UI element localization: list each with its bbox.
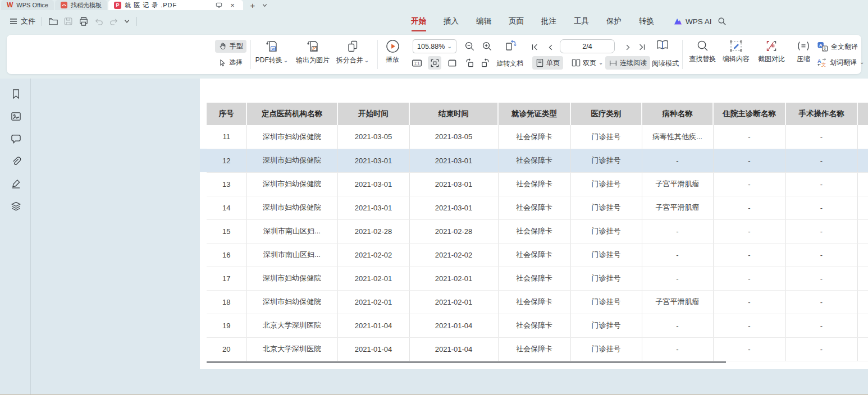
screenshot-compare-button[interactable]: 截图对比 — [753, 39, 790, 64]
continuous-read-icon — [609, 59, 618, 67]
single-page-button[interactable]: 单页 — [532, 56, 563, 70]
screenshot-compare-icon — [765, 39, 778, 53]
table-cell-partial — [857, 290, 868, 314]
table-cell: 社会保障卡 — [498, 290, 570, 314]
menu-tab[interactable]: 保护 — [606, 16, 622, 26]
table-cell: 深圳市妇幼保健院 — [246, 196, 337, 219]
fit-width-button[interactable] — [428, 56, 441, 70]
rotate-right-button[interactable] — [478, 56, 492, 70]
menu-tab[interactable]: 开始 — [411, 16, 426, 26]
presentation-icon[interactable] — [214, 2, 224, 8]
column-header: 住院主诊断名称 — [713, 103, 785, 125]
comment-icon[interactable] — [10, 132, 22, 145]
previous-page-button[interactable] — [543, 40, 557, 54]
continuous-read-button[interactable]: 连续阅读 — [605, 56, 650, 70]
split-merge-button[interactable]: 拆分合并⌄ — [333, 39, 372, 65]
zoom-in-button[interactable] — [480, 39, 494, 53]
tab-wps-office[interactable]: W WPS Office — [1, 0, 54, 10]
menu-tab[interactable]: 工具 — [574, 16, 589, 26]
rotate-left-button[interactable] — [463, 56, 476, 70]
bookmark-icon[interactable] — [10, 88, 22, 100]
table-cell: - — [785, 149, 857, 172]
table-cell: 门诊挂号 — [570, 267, 642, 290]
table-cell: - — [713, 243, 785, 267]
hamburger-icon[interactable] — [10, 18, 17, 25]
fit-page-button[interactable] — [445, 56, 459, 70]
zoom-level-select[interactable]: 105.88% ⌄ — [413, 39, 456, 53]
menu-tab[interactable]: 页面 — [509, 16, 524, 26]
full-translate-button[interactable]: A 文 全文翻译 — [817, 41, 858, 52]
menu-tab[interactable]: 编辑 — [476, 16, 491, 26]
pdf-convert-icon: W — [265, 39, 278, 54]
play-icon — [386, 39, 400, 53]
column-header: 序号 — [207, 103, 246, 125]
left-sidebar — [0, 79, 31, 395]
layers-icon[interactable] — [10, 200, 22, 212]
play-button[interactable]: 播放 — [378, 39, 407, 65]
rotate-document-icon[interactable] — [504, 39, 518, 52]
table-cell: 门诊挂号 — [570, 290, 642, 314]
actual-size-button[interactable]: 1:1 — [410, 56, 423, 70]
divider — [136, 17, 137, 26]
save-icon[interactable] — [63, 17, 73, 26]
zoom-value: 105.88% — [417, 43, 445, 50]
close-icon[interactable]: × — [227, 1, 237, 10]
last-page-button[interactable] — [636, 40, 649, 54]
edit-content-button[interactable]: 编辑内容 — [716, 39, 756, 64]
signature-pen-icon[interactable] — [10, 177, 22, 190]
thumbnail-icon[interactable] — [10, 110, 22, 122]
open-folder-icon[interactable] — [48, 17, 58, 26]
column-header: 医疗类别 — [570, 103, 642, 125]
document-area[interactable]: 序号定点医药机构名称开始时间结束时间就诊凭证类型医疗类别病种名称住院主诊断名称手… — [31, 79, 868, 395]
select-tool-button[interactable]: 选择 — [215, 56, 246, 69]
menu-tab[interactable]: 插入 — [444, 16, 459, 26]
compress-button[interactable]: 压缩 — [789, 39, 817, 64]
column-header-partial — [857, 103, 868, 125]
wps-ai-button[interactable]: WPS AI — [674, 10, 712, 33]
double-page-button[interactable]: 双页 ⌄ — [568, 56, 606, 70]
first-page-button[interactable] — [528, 40, 541, 54]
page-number-input[interactable]: 2/4 — [560, 39, 615, 53]
attachment-icon[interactable] — [10, 155, 22, 167]
read-mode-icon[interactable] — [656, 38, 669, 52]
table-row: 11深圳市妇幼保健院2021-03-052021-03-05社会保障卡门诊挂号病… — [207, 125, 868, 149]
table-cell: 2021-02-28 — [337, 219, 409, 243]
more-actions-chevron-icon[interactable] — [124, 19, 130, 24]
word-translate-button[interactable]: A 文 划词翻译 ⌄ — [817, 57, 864, 67]
tab-docer-templates[interactable]: 找稻壳模板 — [55, 0, 107, 10]
table-cell: 11 — [207, 125, 246, 149]
read-mode-label[interactable]: 阅读模式 — [652, 59, 679, 68]
search-icon[interactable] — [718, 17, 727, 26]
zoom-out-button[interactable] — [463, 39, 476, 53]
table-row: 17深圳市妇幼保健院2021-02-012021-02-01社会保障卡门诊挂号-… — [207, 267, 868, 290]
tab-label: 找稻壳模板 — [71, 1, 102, 10]
tab-document-active[interactable]: P 就 医 记 录 .PDF × — [108, 0, 243, 10]
table-cell: - — [642, 337, 713, 361]
file-menu[interactable]: 文件 — [21, 16, 35, 26]
table-cell: 北京大学深圳医院 — [246, 337, 337, 361]
table-cell: 子宫平滑肌瘤 — [642, 172, 713, 196]
pdf-convert-button[interactable]: W PDF转换⌄ — [252, 39, 291, 65]
page-indicator: 2/4 — [582, 43, 592, 50]
print-icon[interactable] — [79, 17, 89, 26]
svg-text:1:1: 1:1 — [414, 61, 419, 65]
pdf-convert-label: PDF转换 — [255, 56, 282, 65]
table-cell: 门诊挂号 — [570, 196, 642, 219]
tab-list-chevron-icon[interactable] — [260, 0, 270, 10]
undo-icon[interactable] — [94, 17, 103, 25]
svg-text:文: 文 — [823, 47, 827, 50]
column-header: 手术操作名称 — [785, 103, 857, 125]
new-tab-button[interactable]: + — [248, 0, 258, 10]
export-image-button[interactable]: 输出为图片 — [293, 39, 332, 65]
document-title: 就 医 记 录 .PDF — [125, 1, 177, 10]
table-cell: 社会保障卡 — [498, 243, 570, 267]
menu-tab[interactable]: 转换 — [639, 16, 654, 26]
redo-icon[interactable] — [109, 17, 118, 25]
rotate-document-label[interactable]: 旋转文档 — [496, 59, 523, 68]
hand-tool-button[interactable]: 手型 — [215, 40, 246, 53]
table-cell: 北京大学深圳医院 — [246, 314, 337, 337]
double-page-label: 双页 — [583, 58, 596, 68]
find-replace-icon — [696, 39, 709, 53]
menu-tab[interactable]: 批注 — [541, 16, 556, 26]
next-page-button[interactable] — [621, 40, 634, 54]
